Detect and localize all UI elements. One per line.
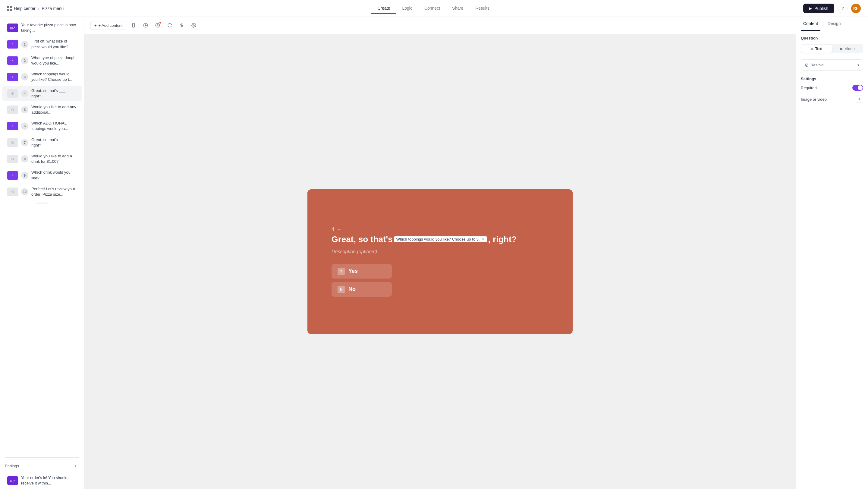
sidebar-item-num-10: 10	[21, 188, 28, 195]
panel-tabs: Content Design	[796, 17, 868, 31]
sidebar-item-icon-10: ⊘	[7, 187, 18, 196]
sidebar-list: ▤ A Your favorite pizza place is now tak…	[0, 17, 84, 455]
required-label: Required	[801, 86, 817, 90]
yes-no-select-left: ⊘ Yes/No	[805, 62, 824, 68]
sidebar-item-text-6: Which ADDITIONAL toppings would you...	[31, 121, 77, 131]
sidebar-item-icon-8: ⊘	[7, 155, 18, 163]
type-btn-video[interactable]: ▶ Video	[832, 44, 863, 53]
tab-results[interactable]: Results	[469, 3, 495, 13]
question-number: 4	[332, 227, 334, 232]
answer-option-yes[interactable]: Y Yes	[332, 264, 392, 279]
sidebar-item-8[interactable]: ⊘ 8 Would you like to add a drink for $1…	[2, 151, 82, 167]
question-description[interactable]: Description (optional)	[332, 249, 549, 254]
sidebar-item-text-9: Which drink would you like?	[31, 170, 77, 181]
sidebar-item-num-4: 4	[21, 90, 28, 97]
sidebar-item-text-4: Great, so that's ___ , right?	[31, 88, 77, 99]
video-icon: ▶	[840, 47, 843, 51]
answer-key-y: Y	[338, 268, 345, 275]
question-title-end: , right?	[488, 235, 517, 244]
sidebar-item-icon-2: ≡	[7, 56, 18, 65]
play-preview-button[interactable]	[141, 21, 150, 30]
answer-options: Y Yes N No	[332, 264, 549, 297]
sidebar-item-icon-5: ⊘	[7, 105, 18, 114]
canvas-area: + + Add content	[84, 17, 796, 489]
sidebar-item-9[interactable]: ≡ 9 Which drink would you like?	[2, 167, 82, 183]
mobile-preview-button[interactable]	[129, 21, 138, 30]
sidebar-item-num-3: 3	[21, 73, 28, 81]
tab-connect[interactable]: Connect	[418, 3, 446, 13]
sidebar-item-2[interactable]: ≡ 2 What type of pizza dough would you l…	[2, 53, 82, 68]
top-navigation: Help center › Pizza menu Create Logic Co…	[0, 0, 868, 17]
yes-no-label: Yes/No	[811, 63, 824, 67]
chevron-down-icon: ▾	[858, 63, 859, 67]
add-icon: +	[94, 23, 97, 28]
settings-section-label: Settings	[801, 77, 863, 81]
question-number-row: 4 →	[332, 227, 549, 232]
ref-tag-close[interactable]: ✕	[482, 237, 485, 242]
question-ref-tag[interactable]: Which toppings would you like? Choose up…	[394, 236, 487, 242]
sidebar-item-4[interactable]: ⊘ 4 Great, so that's ___ , right?	[2, 86, 82, 101]
endings-label: Endings	[5, 464, 19, 468]
question-title-start: Great, so that's	[332, 235, 393, 244]
tab-create[interactable]: Create	[371, 3, 396, 13]
answer-option-no[interactable]: N No	[332, 282, 392, 297]
sidebar-item-icon-1: ≡	[7, 40, 18, 49]
refresh-button[interactable]	[165, 21, 175, 30]
canvas-viewport: 4 → Great, so that's Which toppings woul…	[84, 34, 796, 489]
sidebar-item-5[interactable]: ⊘ 5 Would you like to add any additional…	[2, 102, 82, 118]
sidebar-item-text-1: First off, what size of pizza would you …	[31, 39, 77, 50]
sidebar-item-ending[interactable]: ▤ A Your order's in! You should receive …	[2, 473, 82, 488]
ref-tag-text: Which toppings would you like? Choose up…	[396, 237, 480, 242]
sidebar-item-3[interactable]: ≡ 3 Which toppings would you like? Choos…	[2, 69, 82, 85]
sidebar-item-icon-3: ≡	[7, 73, 18, 81]
timer-button[interactable]	[153, 21, 162, 30]
svg-marker-3	[145, 24, 147, 26]
breadcrumb-current-page: Pizza menu	[41, 6, 64, 11]
split-button[interactable]	[177, 21, 187, 30]
panel-content: Question ≡ Text ▶ Video ⊘ Yes/No ▾	[796, 31, 868, 489]
yes-no-icon: ⊘	[805, 62, 809, 68]
answer-label-yes: Yes	[348, 268, 358, 274]
sidebar-item-1[interactable]: ≡ 1 First off, what size of pizza would …	[2, 36, 82, 52]
publish-button[interactable]: ▶ Publish	[803, 4, 834, 13]
sidebar-item-7[interactable]: ⊘ 7 Great, so that's ___ , right?	[2, 135, 82, 150]
canvas-toolbar: + + Add content	[84, 17, 796, 34]
add-media-button[interactable]: +	[856, 96, 863, 103]
image-video-label: Image or video	[801, 97, 827, 101]
sidebar-item-icon-4: ⊘	[7, 89, 18, 98]
help-center-link[interactable]: Help center	[14, 6, 36, 11]
sidebar-item-icon-9: ≡	[7, 171, 18, 180]
sidebar-item-text-intro: Your favorite pizza place is now taking.…	[21, 22, 77, 33]
sidebar-item-text-2: What type of pizza dough would you like.…	[31, 55, 77, 66]
type-btn-text[interactable]: ≡ Text	[801, 44, 832, 53]
sidebar-item-6[interactable]: ≡ 6 Which ADDITIONAL toppings would you.…	[2, 118, 82, 134]
add-ending-button[interactable]: +	[72, 462, 79, 470]
image-video-row: Image or video +	[801, 96, 863, 103]
sidebar-item-icon-intro: ▤ A	[7, 24, 18, 32]
sidebar-item-num-6: 6	[21, 122, 28, 130]
add-content-button[interactable]: + + Add content	[90, 21, 126, 30]
question-card: 4 → Great, so that's Which toppings woul…	[307, 189, 572, 334]
sidebar-item-num-8: 8	[21, 155, 28, 162]
sidebar-item-intro[interactable]: ▤ A Your favorite pizza place is now tak…	[2, 20, 82, 36]
sidebar-item-text-ending: Your order's in! You should receive it w…	[21, 475, 77, 486]
text-icon: ≡	[811, 47, 813, 51]
yes-no-select[interactable]: ⊘ Yes/No ▾	[801, 59, 863, 70]
sidebar-item-text-7: Great, so that's ___ , right?	[31, 137, 77, 148]
tab-share[interactable]: Share	[446, 3, 469, 13]
sidebar-item-num-7: 7	[21, 139, 28, 146]
publish-label: Publish	[814, 6, 828, 11]
question-title-row: Great, so that's Which toppings would yo…	[332, 235, 549, 244]
question-arrow: →	[337, 227, 341, 232]
tab-logic[interactable]: Logic	[396, 3, 418, 13]
avatar[interactable]: RH	[851, 4, 861, 13]
settings-gear-button[interactable]	[189, 21, 198, 30]
sidebar-item-num-5: 5	[21, 106, 28, 113]
tab-content[interactable]: Content	[801, 17, 820, 31]
tab-design[interactable]: Design	[825, 17, 843, 31]
required-toggle[interactable]	[852, 85, 863, 91]
help-button[interactable]: ?	[838, 4, 847, 13]
sidebar-item-10[interactable]: ⊘ 10 Perfect! Let's review your order. P…	[2, 184, 82, 200]
breadcrumb-separator: ›	[38, 6, 39, 11]
svg-rect-0	[133, 23, 135, 27]
